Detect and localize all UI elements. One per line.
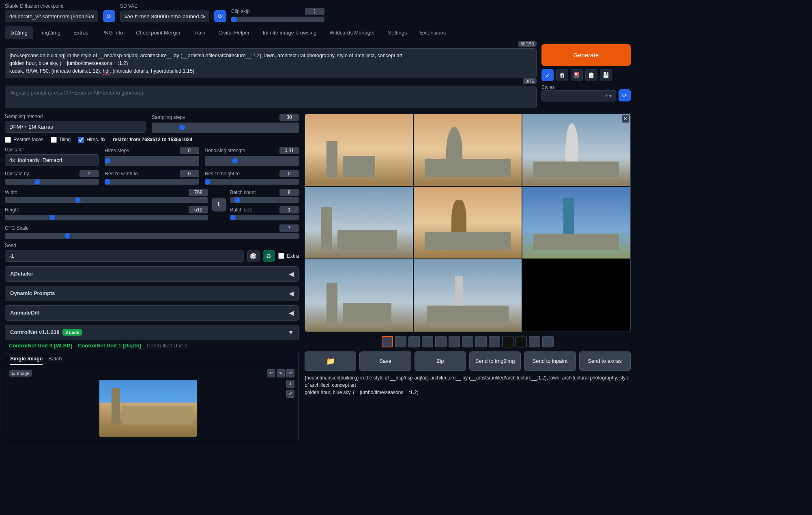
gallery-image[interactable] [522,259,630,331]
cn-image-label: ⊡ Image [9,370,32,377]
thumbnail[interactable] [408,336,420,347]
cn-edit-icon[interactable]: ✎ [277,369,285,377]
cn-unit-0-tab[interactable]: ControlNet Unit 0 [MLSD] [9,343,72,349]
seed-input[interactable] [5,250,244,262]
hires-steps-slider[interactable] [105,156,199,166]
arrow-icon[interactable]: ↙ [541,69,554,81]
trash-icon[interactable]: 🗑 [556,69,568,81]
tab-txt2img[interactable]: txt2img [5,26,33,39]
thumbnail[interactable] [502,336,513,347]
send-inpaint-button[interactable]: Send to inpaint [524,351,576,371]
thumbnail[interactable] [529,336,540,347]
height-slider[interactable] [5,215,208,220]
hires-fix-checkbox[interactable] [78,137,84,143]
tab-civitai[interactable]: Civitai Helper [213,26,255,39]
resize-height-value: 0 [279,170,299,177]
sampling-method-select[interactable]: DPM++ 2M Karras [5,121,146,133]
denoise-slider[interactable] [205,156,299,166]
tab-pnginfo[interactable]: PNG Info [96,26,129,39]
tiling-checkbox[interactable] [51,137,57,143]
restore-faces-checkbox[interactable] [5,137,11,143]
cfg-slider[interactable] [5,233,299,239]
swap-dims-icon[interactable]: ⇅ [212,198,226,211]
save-icon[interactable]: 💾 [600,69,612,81]
sampling-steps-slider[interactable] [152,123,299,133]
card-icon[interactable]: 🎴 [571,69,583,81]
accordion-controlnet[interactable]: ControlNet v1.1.2382 units ▼ [5,325,299,340]
upscaler-label: Upscaler [5,147,99,153]
cn-close-icon[interactable]: ✕ [286,369,294,377]
folder-icon: 📁 [326,357,335,365]
upscale-by-slider[interactable] [5,179,99,185]
tab-settings[interactable]: Settings [382,26,413,39]
thumbnail[interactable] [382,336,393,347]
tab-wildcards[interactable]: Wildcards Manager [324,26,381,39]
cn-expand-icon[interactable]: ⤢ [286,390,294,398]
tab-ckpt-merger[interactable]: Checkpoint Merger [130,26,186,39]
zip-button[interactable]: Zip [415,351,466,371]
save-button[interactable]: Save [359,351,411,371]
gallery-image[interactable] [305,114,413,186]
open-folder-button[interactable]: 📁 [305,351,356,371]
cn-batch-tab[interactable]: Batch [48,356,62,362]
batch-size-slider[interactable] [230,215,299,220]
gallery-image[interactable] [305,259,413,331]
cn-input-image[interactable] [99,380,197,437]
checkpoint-select[interactable]: deliberate_v2.safetensors [9aba26abdf] [5,11,98,22]
gallery-close-icon[interactable]: ✕ [622,115,629,123]
clipboard-icon[interactable]: 📋 [585,69,597,81]
thumbnail[interactable] [489,336,500,347]
thumbnail[interactable] [542,336,554,347]
cn-download-icon[interactable]: ⤓ [286,380,294,388]
clipskip-slider[interactable] [231,17,324,22]
prompt-textarea[interactable]: {house|mansion|building} in the style of… [5,48,537,78]
thumbnail[interactable] [422,336,433,347]
thumbnail[interactable] [449,336,460,347]
negative-prompt-textarea[interactable] [5,86,537,108]
gallery-image[interactable] [522,187,630,259]
gallery-image[interactable] [414,259,522,331]
thumbnail[interactable] [475,336,487,347]
upscaler-select[interactable]: 4x_foolhardy_Remacri [5,154,99,166]
tab-train[interactable]: Train [188,26,211,39]
gallery-image[interactable] [414,114,522,186]
resize-width-slider[interactable] [105,179,199,185]
send-extras-button[interactable]: Send to extras [579,351,631,371]
cfg-value: 7 [279,224,299,232]
gallery-image[interactable] [305,187,413,259]
gallery-image[interactable] [414,187,522,259]
tab-img2img[interactable]: img2img [35,26,66,39]
refresh-checkpoint-icon[interactable]: ⟳ [103,10,115,22]
refresh-styles-icon[interactable]: ⟳ [619,89,631,101]
resize-height-slider[interactable] [205,179,299,185]
tab-extensions[interactable]: Extensions [415,26,452,39]
cn-unit-1-tab[interactable]: ControlNet Unit 1 [Depth] [78,343,141,349]
height-value: 512 [189,206,208,213]
width-slider[interactable] [5,197,208,203]
cn-unit-2-tab[interactable]: ControlNet Unit 2 [147,343,187,349]
batch-count-label: Batch count [230,190,256,195]
thumbnail[interactable] [516,336,527,347]
styles-select[interactable]: × ▾ [541,90,616,101]
vae-label: SD VAE [120,3,209,9]
generate-button[interactable]: Generate [541,44,631,66]
vae-select[interactable]: vae-ft-mse-840000-ema-pruned.ckpt [120,11,209,22]
batch-count-slider[interactable] [230,197,299,203]
gallery-image[interactable] [522,114,630,186]
resize-height-label: Resize height to [205,171,240,177]
tab-infinite-browse[interactable]: Infinite image browsing [257,26,322,39]
send-img2img-button[interactable]: Send to img2img [469,351,521,371]
extra-checkbox[interactable] [278,253,284,259]
cn-single-image-tab[interactable]: Single Image [10,356,43,365]
thumbnail[interactable] [462,336,473,347]
thumbnail[interactable] [395,336,406,347]
thumbnail[interactable] [435,336,447,347]
refresh-vae-icon[interactable]: ⟳ [214,10,226,22]
accordion-animatediff[interactable]: AnimateDiff◀ [5,305,299,321]
recycle-icon[interactable]: ♻ [263,250,275,262]
accordion-adetailer[interactable]: ADetailer◀ [5,266,299,282]
accordion-dynamic-prompts[interactable]: Dynamic Prompts◀ [5,286,299,301]
dice-icon[interactable]: 🎲 [247,250,260,262]
tab-extras[interactable]: Extras [68,26,94,39]
cn-undo-icon[interactable]: ↶ [267,369,275,377]
